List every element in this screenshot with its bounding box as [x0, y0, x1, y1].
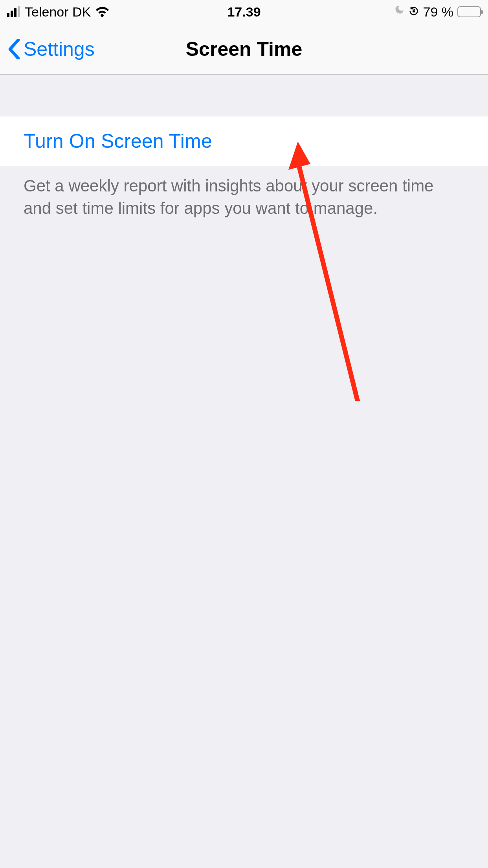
nav-bar: Settings Screen Time [0, 24, 488, 75]
cellular-signal-icon [7, 6, 20, 17]
wifi-icon [95, 7, 109, 17]
turn-on-screen-time-label: Turn On Screen Time [24, 130, 464, 153]
battery-percent-label: 79 % [423, 4, 454, 20]
chevron-left-icon [8, 39, 20, 59]
orientation-lock-icon [408, 4, 419, 20]
turn-on-screen-time-cell[interactable]: Turn On Screen Time [0, 116, 488, 166]
back-label: Settings [24, 38, 95, 61]
carrier-label: Telenor DK [25, 4, 91, 20]
battery-icon [457, 6, 481, 17]
svg-rect-0 [413, 10, 415, 12]
section-footer-description: Get a weekly report with insights about … [0, 166, 488, 219]
status-left-group: Telenor DK [7, 4, 109, 20]
content-area: Turn On Screen Time Get a weekly report … [0, 75, 488, 219]
status-clock: 17.39 [227, 4, 261, 20]
status-bar: Telenor DK 17.39 79 % [0, 0, 488, 24]
status-right-group: 79 % [393, 4, 481, 20]
do-not-disturb-icon [393, 4, 404, 20]
back-button[interactable]: Settings [8, 38, 95, 61]
